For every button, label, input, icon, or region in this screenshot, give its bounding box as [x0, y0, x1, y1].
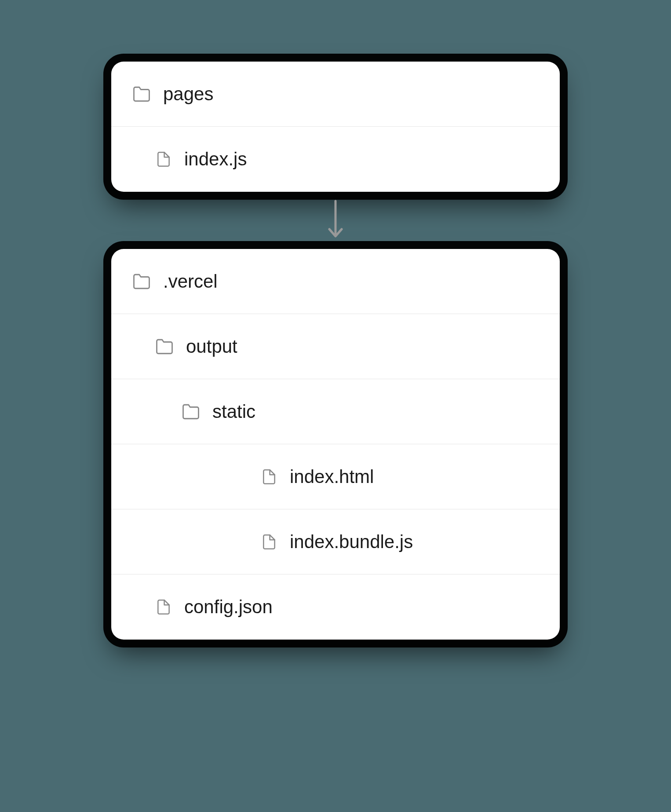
tree-row-folder: pages [111, 62, 560, 127]
tree-row-file: index.bundle.js [111, 509, 560, 574]
tree-item-label: .vercel [163, 271, 218, 292]
tree-row-file: index.html [111, 444, 560, 509]
tree-item-label: index.js [184, 149, 247, 170]
tree-item-label: index.html [290, 466, 374, 487]
folder-icon [155, 337, 174, 356]
arrow-down-icon [325, 198, 346, 242]
folder-icon [182, 402, 200, 421]
file-icon [155, 151, 172, 168]
tree-item-label: index.bundle.js [290, 531, 413, 552]
tree-row-folder: .vercel [111, 249, 560, 314]
tree-item-label: config.json [184, 596, 273, 618]
file-icon [155, 599, 172, 615]
folder-icon [132, 85, 151, 103]
tree-row-folder: static [111, 379, 560, 444]
flow-arrow [325, 192, 346, 249]
file-icon [261, 534, 277, 550]
tree-row-folder: output [111, 314, 560, 379]
tree-row-file: index.js [111, 127, 560, 192]
tree-item-label: output [186, 336, 237, 357]
tree-item-label: pages [163, 84, 213, 105]
source-tree-card: pages index.js [111, 62, 560, 192]
output-tree-card: .vercel output static index.html [111, 249, 560, 640]
file-icon [261, 468, 277, 485]
tree-row-file: config.json [111, 574, 560, 640]
folder-icon [132, 272, 151, 291]
tree-item-label: static [212, 401, 255, 422]
